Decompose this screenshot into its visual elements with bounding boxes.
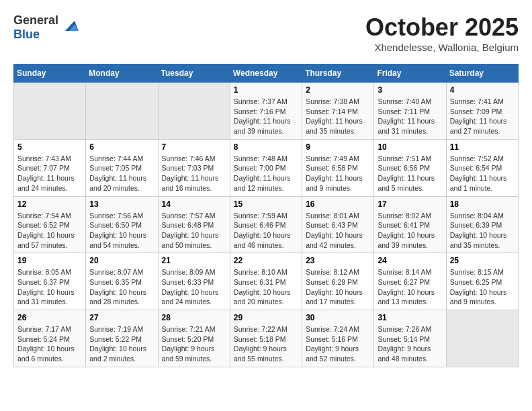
day-info: Sunrise: 7:44 AM Sunset: 7:05 PM Dayligh… bbox=[89, 154, 154, 193]
day-number: 13 bbox=[89, 199, 154, 209]
day-number: 29 bbox=[234, 313, 298, 322]
day-number: 10 bbox=[378, 142, 442, 152]
day-info: Sunrise: 7:48 AM Sunset: 7:00 PM Dayligh… bbox=[234, 154, 298, 193]
logo-icon bbox=[60, 17, 80, 38]
day-number: 26 bbox=[17, 313, 82, 322]
day-number: 5 bbox=[17, 142, 82, 152]
calendar-cell: 24Sunrise: 8:14 AM Sunset: 6:27 PM Dayli… bbox=[374, 253, 446, 310]
calendar-cell: 4Sunrise: 7:41 AM Sunset: 7:09 PM Daylig… bbox=[446, 83, 518, 140]
calendar-cell: 18Sunrise: 8:04 AM Sunset: 6:39 PM Dayli… bbox=[446, 196, 518, 253]
calendar-cell: 5Sunrise: 7:43 AM Sunset: 7:07 PM Daylig… bbox=[14, 139, 86, 196]
title-area: October 2025 Xhendelesse, Wallonia, Belg… bbox=[365, 13, 519, 53]
calendar-cell: 14Sunrise: 7:57 AM Sunset: 6:48 PM Dayli… bbox=[158, 196, 230, 253]
calendar-cell: 3Sunrise: 7:40 AM Sunset: 7:11 PM Daylig… bbox=[374, 83, 446, 140]
day-number: 2 bbox=[306, 85, 370, 95]
calendar-cell: 22Sunrise: 8:10 AM Sunset: 6:31 PM Dayli… bbox=[230, 253, 302, 310]
day-number: 12 bbox=[17, 199, 82, 209]
logo-general: General bbox=[13, 13, 58, 27]
day-info: Sunrise: 7:37 AM Sunset: 7:16 PM Dayligh… bbox=[234, 97, 298, 136]
day-info: Sunrise: 8:12 AM Sunset: 6:29 PM Dayligh… bbox=[306, 267, 370, 307]
day-number: 8 bbox=[234, 142, 298, 152]
page-header: General Blue October 2025 Xhendelesse, W… bbox=[13, 13, 519, 53]
calendar-cell: 2Sunrise: 7:38 AM Sunset: 7:14 PM Daylig… bbox=[302, 83, 374, 140]
day-number: 27 bbox=[89, 313, 154, 322]
calendar-cell: 26Sunrise: 7:17 AM Sunset: 5:24 PM Dayli… bbox=[14, 310, 86, 367]
day-info: Sunrise: 8:05 AM Sunset: 6:37 PM Dayligh… bbox=[17, 267, 82, 307]
calendar-cell: 16Sunrise: 8:01 AM Sunset: 6:43 PM Dayli… bbox=[302, 196, 374, 253]
calendar-cell: 1Sunrise: 7:37 AM Sunset: 7:16 PM Daylig… bbox=[230, 83, 302, 140]
day-number: 25 bbox=[450, 256, 515, 265]
calendar-cell: 9Sunrise: 7:49 AM Sunset: 6:58 PM Daylig… bbox=[302, 139, 374, 196]
day-number: 6 bbox=[89, 142, 154, 152]
day-number: 24 bbox=[378, 256, 442, 265]
day-info: Sunrise: 7:52 AM Sunset: 6:54 PM Dayligh… bbox=[450, 154, 515, 193]
calendar-cell: 25Sunrise: 8:15 AM Sunset: 6:25 PM Dayli… bbox=[446, 253, 518, 310]
day-number: 16 bbox=[306, 199, 370, 209]
logo: General Blue bbox=[13, 13, 80, 42]
location-subtitle: Xhendelesse, Wallonia, Belgium bbox=[365, 42, 519, 53]
calendar-cell: 8Sunrise: 7:48 AM Sunset: 7:00 PM Daylig… bbox=[230, 139, 302, 196]
day-info: Sunrise: 7:57 AM Sunset: 6:48 PM Dayligh… bbox=[162, 211, 226, 250]
calendar-week-3: 19Sunrise: 8:05 AM Sunset: 6:37 PM Dayli… bbox=[14, 253, 519, 310]
calendar-cell: 30Sunrise: 7:24 AM Sunset: 5:16 PM Dayli… bbox=[302, 310, 374, 367]
calendar-week-1: 5Sunrise: 7:43 AM Sunset: 7:07 PM Daylig… bbox=[14, 139, 519, 196]
day-info: Sunrise: 7:38 AM Sunset: 7:14 PM Dayligh… bbox=[306, 97, 370, 136]
day-number: 28 bbox=[162, 313, 226, 322]
day-number: 20 bbox=[89, 256, 154, 265]
calendar-body: 1Sunrise: 7:37 AM Sunset: 7:16 PM Daylig… bbox=[14, 83, 519, 367]
day-info: Sunrise: 7:41 AM Sunset: 7:09 PM Dayligh… bbox=[450, 97, 515, 136]
day-number: 30 bbox=[306, 313, 370, 322]
day-number: 7 bbox=[162, 142, 226, 152]
calendar-cell: 17Sunrise: 8:02 AM Sunset: 6:41 PM Dayli… bbox=[374, 196, 446, 253]
calendar-cell: 13Sunrise: 7:56 AM Sunset: 6:50 PM Dayli… bbox=[86, 196, 158, 253]
day-info: Sunrise: 8:04 AM Sunset: 6:39 PM Dayligh… bbox=[450, 211, 515, 250]
day-number: 18 bbox=[450, 199, 515, 209]
day-number: 23 bbox=[306, 256, 370, 265]
day-info: Sunrise: 7:19 AM Sunset: 5:22 PM Dayligh… bbox=[89, 324, 154, 364]
calendar-cell: 19Sunrise: 8:05 AM Sunset: 6:37 PM Dayli… bbox=[14, 253, 86, 310]
calendar-cell bbox=[86, 83, 158, 140]
calendar-cell: 23Sunrise: 8:12 AM Sunset: 6:29 PM Dayli… bbox=[302, 253, 374, 310]
calendar-cell: 29Sunrise: 7:22 AM Sunset: 5:18 PM Dayli… bbox=[230, 310, 302, 367]
day-info: Sunrise: 7:54 AM Sunset: 6:52 PM Dayligh… bbox=[17, 211, 82, 250]
weekday-row: SundayMondayTuesdayWednesdayThursdayFrid… bbox=[14, 64, 519, 83]
weekday-header-saturday: Saturday bbox=[446, 64, 518, 83]
weekday-header-tuesday: Tuesday bbox=[158, 64, 230, 83]
day-info: Sunrise: 7:43 AM Sunset: 7:07 PM Dayligh… bbox=[17, 154, 82, 193]
calendar-cell bbox=[158, 83, 230, 140]
day-number: 9 bbox=[306, 142, 370, 152]
logo-blue: Blue bbox=[13, 28, 40, 41]
calendar-header: SundayMondayTuesdayWednesdayThursdayFrid… bbox=[14, 64, 519, 83]
day-number: 3 bbox=[378, 85, 442, 95]
day-number: 14 bbox=[162, 199, 226, 209]
day-number: 19 bbox=[17, 256, 82, 265]
weekday-header-sunday: Sunday bbox=[14, 64, 86, 83]
day-info: Sunrise: 7:26 AM Sunset: 5:14 PM Dayligh… bbox=[378, 324, 442, 364]
weekday-header-wednesday: Wednesday bbox=[230, 64, 302, 83]
calendar-cell: 7Sunrise: 7:46 AM Sunset: 7:03 PM Daylig… bbox=[158, 139, 230, 196]
day-info: Sunrise: 7:49 AM Sunset: 6:58 PM Dayligh… bbox=[306, 154, 370, 193]
calendar-cell: 31Sunrise: 7:26 AM Sunset: 5:14 PM Dayli… bbox=[374, 310, 446, 367]
calendar-week-2: 12Sunrise: 7:54 AM Sunset: 6:52 PM Dayli… bbox=[14, 196, 519, 253]
day-number: 11 bbox=[450, 142, 515, 152]
day-info: Sunrise: 8:15 AM Sunset: 6:25 PM Dayligh… bbox=[450, 267, 515, 307]
weekday-header-thursday: Thursday bbox=[302, 64, 374, 83]
day-number: 15 bbox=[234, 199, 298, 209]
calendar-cell: 27Sunrise: 7:19 AM Sunset: 5:22 PM Dayli… bbox=[86, 310, 158, 367]
day-info: Sunrise: 8:09 AM Sunset: 6:33 PM Dayligh… bbox=[162, 267, 226, 307]
day-info: Sunrise: 7:24 AM Sunset: 5:16 PM Dayligh… bbox=[306, 324, 370, 364]
calendar-cell: 20Sunrise: 8:07 AM Sunset: 6:35 PM Dayli… bbox=[86, 253, 158, 310]
weekday-header-monday: Monday bbox=[86, 64, 158, 83]
day-info: Sunrise: 7:56 AM Sunset: 6:50 PM Dayligh… bbox=[89, 211, 154, 250]
calendar-cell: 28Sunrise: 7:21 AM Sunset: 5:20 PM Dayli… bbox=[158, 310, 230, 367]
month-title: October 2025 bbox=[365, 13, 519, 42]
calendar-cell: 10Sunrise: 7:51 AM Sunset: 6:56 PM Dayli… bbox=[374, 139, 446, 196]
calendar-cell bbox=[14, 83, 86, 140]
weekday-header-friday: Friday bbox=[374, 64, 446, 83]
calendar-cell: 21Sunrise: 8:09 AM Sunset: 6:33 PM Dayli… bbox=[158, 253, 230, 310]
calendar-week-4: 26Sunrise: 7:17 AM Sunset: 5:24 PM Dayli… bbox=[14, 310, 519, 367]
logo-text: General Blue bbox=[13, 13, 58, 42]
calendar-week-0: 1Sunrise: 7:37 AM Sunset: 7:16 PM Daylig… bbox=[14, 83, 519, 140]
day-info: Sunrise: 7:21 AM Sunset: 5:20 PM Dayligh… bbox=[162, 324, 226, 364]
day-number: 17 bbox=[378, 199, 442, 209]
